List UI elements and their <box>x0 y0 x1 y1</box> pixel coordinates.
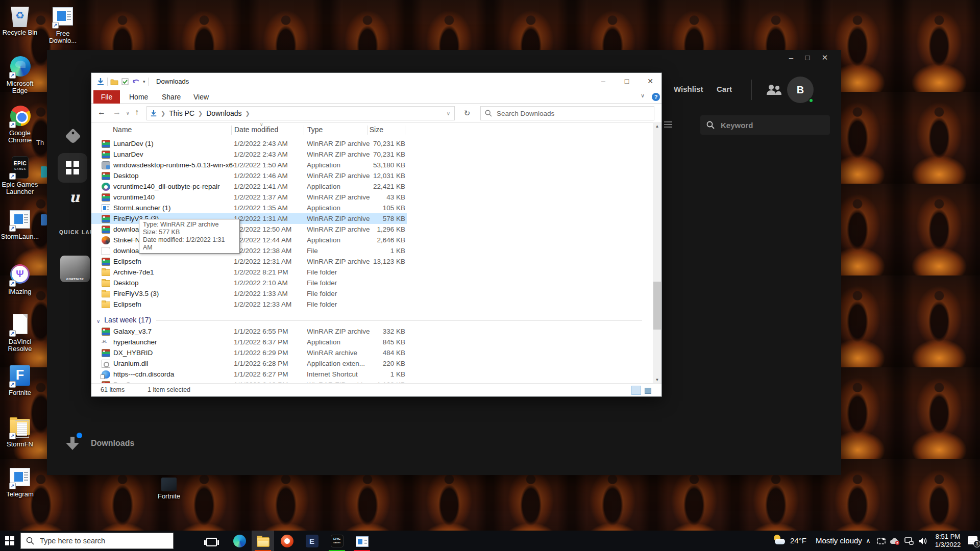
desktop-icon-free-download[interactable]: ↗ Free Downlo... <box>43 5 83 44</box>
recent-locations-chevron[interactable]: ∨ <box>126 111 130 116</box>
taskbar-app-edge[interactable] <box>228 531 251 551</box>
table-row[interactable]: DX_HYBRID 1/1/2022 6:29 PM WinRAR archiv… <box>91 347 407 358</box>
file-name: Eclipsefn <box>113 258 234 265</box>
vertical-scrollbar[interactable]: ▲ ▼ <box>653 122 662 384</box>
friends-icon[interactable] <box>766 84 782 95</box>
grid-apps-icon[interactable] <box>58 153 87 183</box>
tray-overflow-chevron-icon[interactable]: ∧ <box>863 531 874 551</box>
table-row[interactable]: hyperlauncher 1/1/2022 6:37 PM Applicati… <box>91 337 407 347</box>
start-button[interactable] <box>5 536 14 545</box>
address-dropdown-chevron[interactable]: ∨ <box>447 111 454 116</box>
keyword-search-input[interactable] <box>720 120 806 130</box>
explorer-minimize-button[interactable]: – <box>592 73 615 90</box>
taskbar-app-stormlauncher[interactable] <box>351 531 373 551</box>
table-row[interactable]: Uranium.dll 1/1/2022 6:28 PM Application… <box>91 358 407 369</box>
table-row[interactable]: StormLauncher (1) 1/2/2022 1:35 AM Appli… <box>91 203 407 213</box>
table-row[interactable]: Desktop 1/2/2022 2:10 AM File folder <box>91 278 407 288</box>
scroll-down-icon[interactable]: ▼ <box>653 378 662 382</box>
volume-icon[interactable] <box>917 531 930 551</box>
scroll-up-icon[interactable]: ▲ <box>653 124 662 129</box>
taskbar-search[interactable] <box>20 533 174 549</box>
taskbar-app-epic-games[interactable] <box>326 531 348 551</box>
nav-cart[interactable]: Cart <box>717 85 732 93</box>
breadcrumb-downloads[interactable]: Downloads <box>206 109 241 117</box>
table-row[interactable]: LunarDev (1) 1/2/2022 2:43 AM WinRAR ZIP… <box>91 138 407 149</box>
task-view-button[interactable] <box>200 531 223 551</box>
breadcrumb-this-pc[interactable]: This PC <box>169 109 194 117</box>
launcher-close-button[interactable]: ✕ <box>819 53 831 62</box>
network-icon[interactable] <box>902 531 916 551</box>
desktop-icon-google-chrome[interactable]: ↗ Google Chrome <box>0 105 40 144</box>
desktop-icon-fortnite[interactable]: ↗ Fortnite <box>0 364 40 396</box>
clock[interactable]: 8:51 PM 1/3/2022 <box>930 533 966 549</box>
refresh-button[interactable]: ↻ <box>460 106 474 120</box>
menu-share[interactable]: Share <box>162 90 181 104</box>
tag-icon[interactable] <box>65 128 81 144</box>
table-row[interactable]: Archive-7de1 1/2/2022 8:21 PM File folde… <box>91 267 407 278</box>
table-row[interactable]: FireFlyV3.5 (3) 1/2/2022 1:33 AM File fo… <box>91 288 407 299</box>
taskbar-app-file-explorer[interactable] <box>252 531 274 551</box>
column-header-date-modified[interactable]: Date modified <box>234 126 278 134</box>
column-header-name[interactable]: Name <box>113 126 132 134</box>
notification-center-icon[interactable]: 3 <box>968 536 977 544</box>
desktop-icon-davinci-resolve[interactable]: ↗ DaVinci Resolve <box>0 313 40 353</box>
up-button[interactable]: ↑ <box>135 108 139 117</box>
downloads-arrow-icon[interactable] <box>66 437 79 452</box>
undo-icon[interactable] <box>132 78 140 85</box>
table-row[interactable]: Desktop 1/2/2022 1:46 AM WinRAR ZIP arch… <box>91 170 407 181</box>
menu-home[interactable]: Home <box>129 90 148 104</box>
explorer-search-input[interactable] <box>496 109 623 118</box>
forward-button[interactable]: → <box>113 108 121 117</box>
launcher-minimize-button[interactable]: – <box>785 53 797 62</box>
folder-icon[interactable] <box>110 79 118 85</box>
expand-ribbon-chevron[interactable]: ∨ <box>641 92 645 99</box>
address-box[interactable]: ❯ This PC ❯ Downloads ❯ ∨ <box>146 106 455 120</box>
table-row[interactable]: vcruntime140_dll-outbyte-pc-repair 1/2/2… <box>91 181 407 192</box>
customize-qat-chevron[interactable]: ▾ <box>143 79 145 84</box>
help-icon[interactable]: ? <box>652 93 660 101</box>
back-button[interactable]: ← <box>97 108 106 117</box>
menu-file[interactable]: File <box>93 90 120 104</box>
unreal-engine-icon[interactable]: u <box>65 189 84 206</box>
desktop-icon-imazing[interactable]: ↗ iMazing <box>0 263 40 295</box>
column-header-type[interactable]: Type <box>307 126 323 134</box>
menu-view[interactable]: View <box>193 90 209 104</box>
table-row[interactable]: https---cdn.discorda 1/1/2022 6:27 PM In… <box>91 369 407 380</box>
weather-icon[interactable] <box>773 534 786 547</box>
column-header-size[interactable]: Size <box>362 126 383 134</box>
screen-snip-icon[interactable] <box>875 531 887 551</box>
desktop-icon-telegram[interactable]: ↗ Telegram <box>0 466 40 498</box>
desktop-icon-stormlaun-[interactable]: ↗ StormLaun... <box>0 208 40 240</box>
large-icons-view-button[interactable] <box>643 386 652 395</box>
weather-temperature[interactable]: 24°F <box>790 536 806 545</box>
table-row[interactable]: Galaxy_v3.7 1/1/2022 6:55 PM WinRAR ZIP … <box>91 326 407 337</box>
group-header[interactable]: ∨ Last week (17) <box>91 310 645 326</box>
keyword-search[interactable] <box>700 115 830 135</box>
table-row[interactable]: Eclipsefn 1/2/2022 12:33 AM File folder <box>91 299 407 310</box>
weather-condition[interactable]: Mostly cloudy <box>816 536 862 545</box>
collapse-chevron-icon[interactable]: ∨ <box>96 318 100 324</box>
fortnite-thumbnail[interactable]: FORTNITE <box>60 256 90 282</box>
desktop-icon-epic-games-launcher[interactable]: ↗ Epic Games Launcher <box>0 156 40 195</box>
desktop-icon-recycle-bin[interactable]: Recycle Bin <box>0 4 40 36</box>
table-row[interactable]: Eclipsefn 1/2/2022 12:31 AM WinRAR ZIP a… <box>91 256 407 267</box>
scrollbar-thumb[interactable] <box>653 282 661 330</box>
desktop-icon-stormfn[interactable]: ↗ StormFN <box>0 416 40 448</box>
desktop-icon-fortnite-2[interactable]: Fortnite <box>153 478 185 500</box>
taskbar-search-input[interactable] <box>39 536 156 545</box>
onedrive-error-icon[interactable] <box>888 531 901 551</box>
explorer-maximize-button[interactable]: □ <box>615 73 639 90</box>
list-menu-icon[interactable] <box>664 121 672 128</box>
details-view-button[interactable] <box>631 386 641 395</box>
table-row[interactable]: LunarDev 1/2/2022 2:43 AM WinRAR ZIP arc… <box>91 149 407 160</box>
table-row[interactable]: windowsdesktop-runtime-5.0.13-win-x64 1/… <box>91 160 407 170</box>
table-row[interactable]: vcruntime140 1/2/2022 1:37 AM WinRAR ZIP… <box>91 192 407 203</box>
explorer-close-button[interactable]: ✕ <box>639 73 662 90</box>
nav-wishlist[interactable]: Wishlist <box>674 85 703 93</box>
taskbar-app-office[interactable] <box>276 531 298 551</box>
checkbox-icon[interactable] <box>121 78 129 85</box>
taskbar-app-eclipse[interactable] <box>301 531 323 551</box>
desktop-icon-microsoft-edge[interactable]: ↗ Microsoft Edge <box>0 55 40 94</box>
explorer-search[interactable] <box>480 106 654 120</box>
launcher-maximize-button[interactable]: □ <box>801 53 814 62</box>
